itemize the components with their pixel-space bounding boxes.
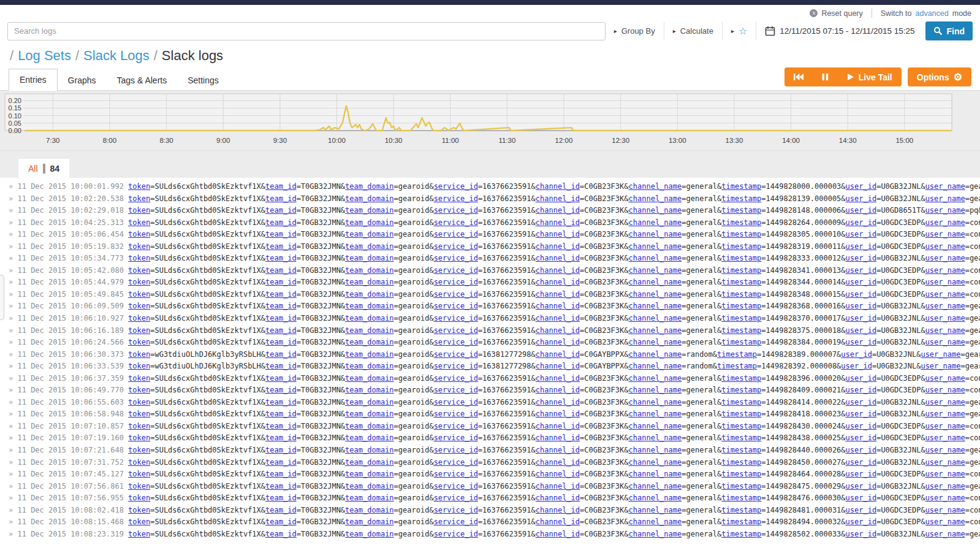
log-key-user_id[interactable]: user_id xyxy=(846,434,877,442)
log-key-user_id[interactable]: user_id xyxy=(846,278,877,286)
log-key-team_domain[interactable]: team_domain xyxy=(345,530,393,538)
log-key-channel_id[interactable]: channel_id xyxy=(536,278,580,286)
log-key-service_id[interactable]: service_id xyxy=(434,422,478,430)
log-key-team_id[interactable]: team_id xyxy=(265,374,297,383)
log-key-team_id[interactable]: team_id xyxy=(265,506,297,514)
log-key-team_id[interactable]: team_id xyxy=(265,206,297,215)
log-key-channel_name[interactable]: channel_name xyxy=(629,314,682,323)
log-key-channel_id[interactable]: channel_id xyxy=(536,290,580,299)
log-row[interactable]: » 11 Dec 2015 10:05:34.773 token=SULds6c… xyxy=(9,253,980,265)
log-key-channel_name[interactable]: channel_name xyxy=(629,518,682,526)
log-key-user_name[interactable]: user_name xyxy=(925,314,965,323)
log-key-timestamp[interactable]: timestamp xyxy=(721,458,761,467)
log-key-token[interactable]: token xyxy=(128,302,150,310)
log-key-service_id[interactable]: service_id xyxy=(434,230,478,239)
log-key-user_id[interactable]: user_id xyxy=(846,422,877,430)
log-key-user_id[interactable]: user_id xyxy=(846,326,877,335)
log-key-team_id[interactable]: team_id xyxy=(265,254,297,262)
log-key-service_id[interactable]: service_id xyxy=(434,218,478,227)
log-key-timestamp[interactable]: timestamp xyxy=(721,506,761,514)
log-key-user_name[interactable]: user_name xyxy=(925,206,965,215)
log-key-token[interactable]: token xyxy=(128,362,150,370)
log-key-user_id[interactable]: user_id xyxy=(846,374,877,383)
log-row[interactable]: » 11 Dec 2015 10:07:45.127 token=SULds6c… xyxy=(9,468,980,481)
log-key-team_domain[interactable]: team_domain xyxy=(345,434,393,442)
log-key-service_id[interactable]: service_id xyxy=(434,350,478,359)
log-key-service_id[interactable]: service_id xyxy=(434,458,478,467)
log-key-token[interactable]: token xyxy=(128,434,150,442)
tab-entries[interactable]: Entries xyxy=(9,69,58,91)
log-key-team_id[interactable]: team_id xyxy=(265,434,297,442)
log-key-channel_id[interactable]: channel_id xyxy=(536,242,580,251)
log-key-user_id[interactable]: user_id xyxy=(846,194,877,203)
log-key-token[interactable]: token xyxy=(128,254,150,262)
log-key-team_domain[interactable]: team_domain xyxy=(345,326,393,335)
log-key-user_name[interactable]: user_name xyxy=(925,530,965,538)
log-key-user_name[interactable]: user_name xyxy=(925,326,965,335)
log-key-channel_id[interactable]: channel_id xyxy=(536,326,580,335)
log-key-team_id[interactable]: team_id xyxy=(265,386,297,394)
breadcrumb-slack-logs[interactable]: Slack Logs xyxy=(83,48,150,64)
log-row[interactable]: » 11 Dec 2015 10:05:06.454 token=SULds6c… xyxy=(9,229,980,241)
log-key-user_name[interactable]: user_name xyxy=(925,230,965,239)
log-key-channel_name[interactable]: channel_name xyxy=(629,194,682,203)
log-entry-list[interactable]: » 11 Dec 2015 10:00:01.992 token=SULds6c… xyxy=(0,178,980,550)
log-key-team_id[interactable]: team_id xyxy=(265,494,297,502)
log-key-channel_id[interactable]: channel_id xyxy=(536,386,580,394)
log-key-user_name[interactable]: user_name xyxy=(925,434,965,442)
log-key-timestamp[interactable]: timestamp xyxy=(721,410,761,418)
log-key-team_domain[interactable]: team_domain xyxy=(345,458,393,467)
breadcrumb-log-sets[interactable]: Log Sets xyxy=(18,48,71,64)
log-key-team_domain[interactable]: team_domain xyxy=(345,446,393,454)
log-key-team_domain[interactable]: team_domain xyxy=(345,254,393,262)
log-key-timestamp[interactable]: timestamp xyxy=(717,350,757,359)
log-key-user_id[interactable]: user_id xyxy=(846,506,877,514)
log-row[interactable]: » 11 Dec 2015 10:05:42.080 token=SULds6c… xyxy=(9,265,980,277)
log-key-team_id[interactable]: team_id xyxy=(265,530,297,538)
log-key-token[interactable]: token xyxy=(128,218,150,227)
log-key-team_id[interactable]: team_id xyxy=(265,242,297,251)
log-key-channel_id[interactable]: channel_id xyxy=(536,398,580,407)
log-key-token[interactable]: token xyxy=(128,398,150,407)
log-key-service_id[interactable]: service_id xyxy=(434,494,478,502)
log-key-channel_id[interactable]: channel_id xyxy=(536,266,580,275)
log-key-team_id[interactable]: team_id xyxy=(265,446,297,454)
log-key-user_name[interactable]: user_name xyxy=(925,518,965,526)
log-key-team_id[interactable]: team_id xyxy=(265,398,297,407)
log-key-team_domain[interactable]: team_domain xyxy=(345,374,393,383)
log-key-team_id[interactable]: team_id xyxy=(265,482,297,491)
log-key-user_id[interactable]: user_id xyxy=(846,266,877,275)
log-key-channel_id[interactable]: channel_id xyxy=(536,506,580,514)
log-key-team_id[interactable]: team_id xyxy=(265,470,297,478)
log-key-team_id[interactable]: team_id xyxy=(265,302,297,310)
log-key-service_id[interactable]: service_id xyxy=(434,302,478,310)
log-key-team_id[interactable]: team_id xyxy=(265,326,297,335)
log-key-user_id[interactable]: user_id xyxy=(846,446,877,454)
tab-graphs[interactable]: Graphs xyxy=(58,70,107,91)
log-row[interactable]: » 11 Dec 2015 10:05:19.832 token=SULds6c… xyxy=(9,241,980,253)
log-key-service_id[interactable]: service_id xyxy=(434,326,478,335)
log-row[interactable]: » 11 Dec 2015 10:06:24.566 token=SULds6c… xyxy=(9,337,980,349)
log-key-channel_id[interactable]: channel_id xyxy=(536,482,580,491)
log-key-channel_id[interactable]: channel_id xyxy=(536,194,580,203)
log-key-user_id[interactable]: user_id xyxy=(846,314,877,323)
log-key-channel_id[interactable]: channel_id xyxy=(536,362,580,370)
log-key-team_domain[interactable]: team_domain xyxy=(345,422,393,430)
log-key-channel_name[interactable]: channel_name xyxy=(629,350,682,359)
log-key-channel_id[interactable]: channel_id xyxy=(536,350,580,359)
log-key-team_id[interactable]: team_id xyxy=(265,314,297,323)
log-key-timestamp[interactable]: timestamp xyxy=(721,422,761,430)
log-key-team_id[interactable]: team_id xyxy=(265,230,297,239)
log-row[interactable]: » 11 Dec 2015 10:07:56.861 token=SULds6c… xyxy=(9,481,980,493)
log-key-timestamp[interactable]: timestamp xyxy=(721,374,761,383)
log-key-channel_name[interactable]: channel_name xyxy=(629,290,682,299)
tab-tags-alerts[interactable]: Tags & Alerts xyxy=(107,70,178,91)
log-key-team_domain[interactable]: team_domain xyxy=(345,182,393,191)
log-key-channel_name[interactable]: channel_name xyxy=(629,182,682,191)
log-key-service_id[interactable]: service_id xyxy=(434,278,478,286)
log-key-token[interactable]: token xyxy=(128,386,150,394)
log-key-channel_name[interactable]: channel_name xyxy=(629,434,682,442)
log-key-token[interactable]: token xyxy=(128,242,150,251)
log-key-user_name[interactable]: user_name xyxy=(925,182,965,191)
log-key-channel_name[interactable]: channel_name xyxy=(629,278,682,286)
